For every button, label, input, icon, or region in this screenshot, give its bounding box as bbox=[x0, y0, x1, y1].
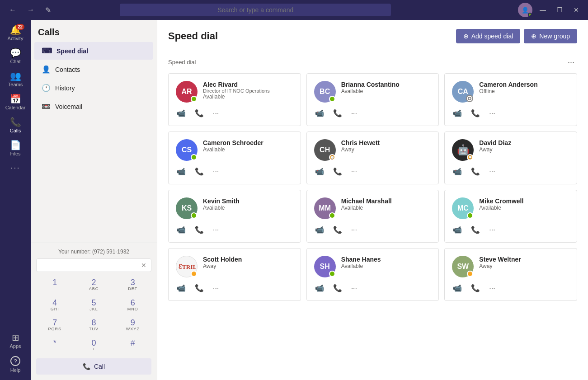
close-button[interactable]: ✕ bbox=[570, 5, 583, 15]
contact-card-kevin-smith: KS Kevin Smith Available 📹 📞 ··· bbox=[168, 190, 301, 243]
contact-actions-alec-rivard: 📹 📞 ··· bbox=[176, 108, 293, 118]
key-5[interactable]: 5JKL bbox=[75, 296, 112, 314]
icon-sidebar: 🔔 22 Activity 💬 Chat 👥 Teams 📅 Calendar … bbox=[0, 20, 31, 380]
nav-item-history[interactable]: 🕐 History bbox=[34, 79, 153, 97]
nav-item-voicemail[interactable]: 📼 Voicemail bbox=[34, 98, 153, 115]
compose-button[interactable]: ✎ bbox=[42, 4, 55, 16]
key-7[interactable]: 7PQRS bbox=[36, 316, 73, 334]
audio-call-cameron-a[interactable]: 📞 bbox=[470, 108, 481, 118]
key-1[interactable]: 1 bbox=[36, 276, 73, 294]
more-options-cameron-a[interactable]: ··· bbox=[488, 108, 496, 118]
add-speed-dial-button[interactable]: ⊕ Add speed dial bbox=[456, 29, 521, 43]
more-options-scott[interactable]: ··· bbox=[212, 283, 220, 293]
audio-call-brianna[interactable]: 📞 bbox=[332, 108, 343, 118]
sidebar-item-help[interactable]: ? Help bbox=[0, 352, 31, 376]
section-more-button[interactable]: ··· bbox=[565, 56, 577, 68]
avatar-steve-weltner: SW bbox=[452, 256, 474, 277]
contact-card-scott-holden: ƐTRIL Scott Holden Away 📹 📞 bbox=[168, 248, 301, 301]
key-star[interactable]: * bbox=[36, 336, 73, 355]
speed-dial-section: Speed dial ··· AR Alec Rivard Director o… bbox=[157, 49, 588, 380]
more-options-shane[interactable]: ··· bbox=[350, 283, 358, 293]
top-right-controls: 👤 — ❐ ✕ bbox=[518, 3, 583, 17]
video-call-mike[interactable]: 📹 bbox=[452, 225, 463, 235]
nav-label-history: History bbox=[55, 84, 75, 92]
more-options-cameron-s[interactable]: ··· bbox=[212, 167, 220, 177]
audio-call-david[interactable]: 📞 bbox=[470, 166, 481, 177]
contact-status-cameron-schroeder: Available bbox=[203, 146, 293, 153]
contact-name-michael-marshall: Michael Marshall bbox=[341, 197, 432, 205]
sidebar-item-activity[interactable]: 🔔 22 Activity bbox=[0, 22, 31, 45]
more-options-kevin[interactable]: ··· bbox=[212, 225, 220, 235]
key-3[interactable]: 3DEF bbox=[114, 276, 151, 294]
status-badge-scott-holden bbox=[191, 271, 197, 277]
minimize-button[interactable]: — bbox=[536, 5, 550, 15]
search-input[interactable] bbox=[120, 4, 391, 16]
sidebar-item-apps[interactable]: ⊞ Apps bbox=[0, 329, 31, 352]
more-options-mike[interactable]: ··· bbox=[488, 225, 496, 235]
audio-call-scott[interactable]: 📞 bbox=[194, 283, 205, 293]
contact-card-chris-hewett: CH ⌚ Chris Hewett Away 📹 📞 ··· bbox=[306, 131, 439, 184]
sidebar-item-files[interactable]: 📄 Files bbox=[0, 137, 31, 160]
audio-call-kevin[interactable]: 📞 bbox=[194, 225, 205, 235]
files-label: Files bbox=[10, 151, 20, 156]
more-options-brianna[interactable]: ··· bbox=[350, 108, 358, 118]
video-call-kevin[interactable]: 📹 bbox=[176, 225, 187, 235]
video-call-david[interactable]: 📹 bbox=[452, 166, 463, 177]
dial-clear-button[interactable]: ✕ bbox=[140, 261, 147, 270]
nav-label-contacts: Contacts bbox=[55, 66, 80, 73]
video-call-chris[interactable]: 📹 bbox=[314, 166, 325, 177]
video-call-brianna[interactable]: 📹 bbox=[314, 108, 325, 118]
key-0[interactable]: 0+ bbox=[75, 336, 112, 355]
contact-actions-brianna-costantino: 📹 📞 ··· bbox=[314, 108, 432, 118]
dial-input[interactable] bbox=[40, 262, 140, 269]
nav-label-voicemail: Voicemail bbox=[55, 103, 82, 110]
video-call-steve[interactable]: 📹 bbox=[452, 283, 463, 293]
new-group-button[interactable]: ⊕ New group bbox=[524, 29, 577, 43]
key-6[interactable]: 6MNO bbox=[114, 296, 151, 314]
contact-name-steve-weltner: Steve Weltner bbox=[479, 256, 569, 263]
audio-call-alec-rivard[interactable]: 📞 bbox=[194, 108, 205, 118]
status-badge-david-diaz: ⌚ bbox=[467, 154, 473, 160]
apps-icon: ⊞ bbox=[12, 333, 19, 342]
more-options-chris[interactable]: ··· bbox=[350, 167, 358, 177]
audio-call-cameron-s[interactable]: 📞 bbox=[194, 166, 205, 177]
nav-item-contacts[interactable]: 👤 Contacts bbox=[34, 61, 153, 78]
sidebar-item-calendar[interactable]: 📅 Calendar bbox=[0, 91, 31, 114]
back-button[interactable]: ← bbox=[5, 4, 20, 16]
contact-status-cameron-anderson: Offline bbox=[479, 88, 569, 94]
more-options-michael[interactable]: ··· bbox=[350, 225, 358, 235]
video-call-alec-rivard[interactable]: 📹 bbox=[176, 108, 187, 118]
audio-call-shane[interactable]: 📞 bbox=[332, 283, 343, 293]
audio-call-steve[interactable]: 📞 bbox=[470, 283, 481, 293]
avatar-alec-rivard: AR bbox=[176, 81, 198, 103]
main-content: Speed dial ⊕ Add speed dial ⊕ New group … bbox=[157, 20, 588, 380]
sidebar-item-teams[interactable]: 👥 Teams bbox=[0, 68, 31, 91]
restore-button[interactable]: ❐ bbox=[553, 5, 566, 15]
more-options-david[interactable]: ··· bbox=[488, 167, 496, 177]
audio-call-mike[interactable]: 📞 bbox=[470, 225, 481, 235]
user-avatar[interactable]: 👤 bbox=[518, 3, 532, 17]
call-button[interactable]: 📞 Call bbox=[36, 358, 151, 375]
key-hash[interactable]: # bbox=[114, 336, 151, 355]
video-call-cameron-a[interactable]: 📹 bbox=[452, 108, 463, 118]
contact-status-steve-weltner: Away bbox=[479, 263, 569, 269]
audio-call-michael[interactable]: 📞 bbox=[332, 225, 343, 235]
key-2[interactable]: 2ABC bbox=[75, 276, 112, 294]
key-8[interactable]: 8TUV bbox=[75, 316, 112, 334]
sidebar-item-calls[interactable]: 📞 Calls bbox=[0, 114, 31, 137]
avatar-wrapper-david-diaz: 🤖 ⌚ bbox=[452, 139, 474, 161]
forward-button[interactable]: → bbox=[24, 4, 38, 16]
sidebar-item-more[interactable]: ··· bbox=[0, 160, 31, 175]
more-options-alec-rivard[interactable]: ··· bbox=[212, 108, 220, 118]
video-call-shane[interactable]: 📹 bbox=[314, 283, 325, 293]
nav-item-speed-dial[interactable]: ⌨ Speed dial bbox=[34, 42, 153, 60]
key-9[interactable]: 9WXYZ bbox=[114, 316, 151, 334]
sidebar-item-chat[interactable]: 💬 Chat bbox=[0, 45, 31, 68]
more-icon: ··· bbox=[10, 164, 20, 172]
video-call-scott[interactable]: 📹 bbox=[176, 283, 187, 293]
key-4[interactable]: 4GHI bbox=[36, 296, 73, 314]
more-options-steve[interactable]: ··· bbox=[488, 283, 496, 293]
audio-call-chris[interactable]: 📞 bbox=[332, 166, 343, 177]
video-call-michael[interactable]: 📹 bbox=[314, 225, 325, 235]
video-call-cameron-s[interactable]: 📹 bbox=[176, 166, 187, 177]
